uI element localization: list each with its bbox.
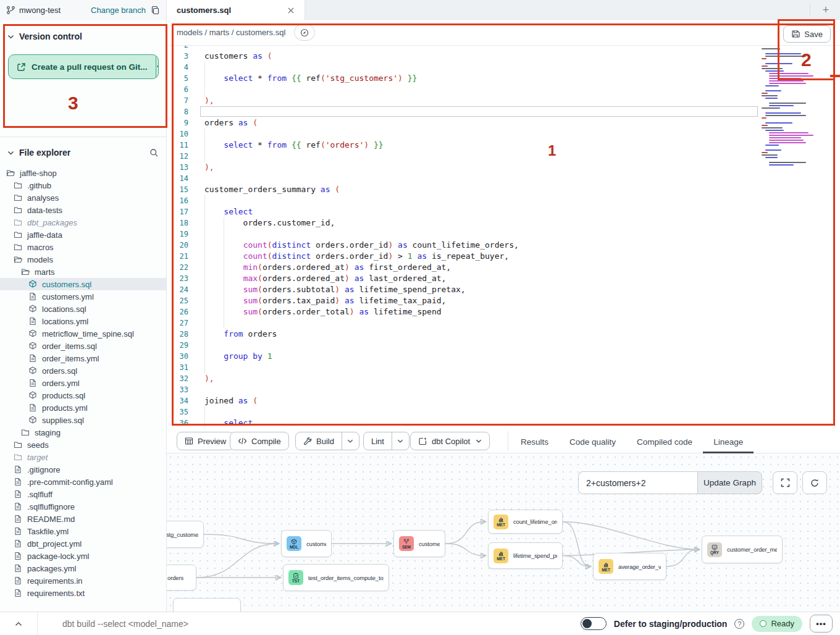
update-graph-button[interactable]: Update Graph: [697, 471, 762, 494]
close-tab-icon[interactable]: [287, 7, 295, 14]
tree-item-supplies-sql[interactable]: supplies.sql: [0, 414, 166, 426]
tree-item-target[interactable]: target: [0, 451, 166, 463]
tree-item-order-items-yml[interactable]: order_items.yml: [0, 352, 166, 364]
lineage-node-orders[interactable]: MDLorders: [167, 565, 196, 591]
code-line-20[interactable]: 20 count(distinct orders.order_id) as co…: [167, 240, 840, 251]
code-line-12[interactable]: 12: [167, 151, 840, 162]
code-line-8[interactable]: 8: [167, 106, 840, 117]
code-line-7[interactable]: 7),: [167, 95, 840, 106]
preview-button[interactable]: Preview: [177, 432, 234, 450]
tree-item-macros[interactable]: macros: [0, 241, 166, 253]
chevron-up-icon[interactable]: [0, 621, 37, 626]
lineage-node-test_order_items[interactable]: TSTtest_order_items_compute_to_bools...: [283, 564, 389, 591]
lineage-node-customers_sem[interactable]: SEMcustomers: [393, 530, 445, 557]
code-line-33[interactable]: 33: [167, 384, 840, 395]
help-icon[interactable]: ?: [734, 619, 744, 629]
tree-item-data-tests[interactable]: data-tests: [0, 204, 166, 216]
tree-item-products-yml[interactable]: products.yml: [0, 402, 166, 414]
tree-item-dbt-packages[interactable]: dbt_packages: [0, 216, 166, 229]
tree-item--pre-commit-config-yaml[interactable]: .pre-commit-config.yaml: [0, 476, 166, 488]
code-line-13[interactable]: 13),: [167, 162, 840, 173]
editor-minimap[interactable]: [762, 48, 815, 167]
tree-item-products-sql[interactable]: products.sql: [0, 389, 166, 402]
tree-item-models[interactable]: models: [0, 253, 166, 266]
tree-item-readme-md[interactable]: README.md: [0, 513, 166, 525]
chevron-down-icon[interactable]: [7, 33, 14, 40]
tree-item-package-lock-yml[interactable]: package-lock.yml: [0, 550, 166, 562]
code-line-3[interactable]: 3customers as (: [167, 51, 840, 62]
tree-item-seeds[interactable]: seeds: [0, 439, 166, 451]
code-line-27[interactable]: 27: [167, 318, 840, 329]
code-line-34[interactable]: 34joined as (: [167, 395, 840, 406]
refresh-button[interactable]: [802, 471, 827, 494]
command-input[interactable]: [62, 619, 408, 629]
code-line-23[interactable]: 23 max(orders.ordered_at) as last_ordere…: [167, 273, 840, 284]
code-editor[interactable]: 23customers as (45 select * from {{ ref(…: [167, 46, 840, 430]
tree-item-staging[interactable]: staging: [0, 426, 166, 439]
lineage-node-customers_mdl[interactable]: MDLcustomers: [281, 530, 332, 557]
tab-code-quality[interactable]: Code quality: [559, 430, 626, 453]
search-icon[interactable]: [149, 148, 159, 158]
lineage-node-stg_customers[interactable]: MDLstg_customers: [167, 521, 204, 548]
change-branch-link[interactable]: Change branch: [91, 6, 146, 15]
code-line-26[interactable]: 26 sum(orders.order_total) as lifetime_s…: [167, 306, 840, 318]
tree-item-order-items-sql[interactable]: order_items.sql: [0, 340, 166, 352]
defer-toggle[interactable]: [581, 617, 607, 630]
tree-item--sqlfluffignore[interactable]: .sqlfluffignore: [0, 500, 166, 513]
lineage-node-partial[interactable]: [173, 598, 241, 612]
fullscreen-button[interactable]: [773, 471, 797, 494]
tab-lineage[interactable]: Lineage: [703, 430, 754, 453]
tree-item-orders-yml[interactable]: orders.yml: [0, 377, 166, 389]
code-line-32[interactable]: 32),: [167, 373, 840, 384]
code-line-30[interactable]: 30 group by 1: [167, 351, 840, 362]
code-line-9[interactable]: 9orders as (: [167, 117, 840, 128]
code-line-31[interactable]: 31: [167, 362, 840, 373]
build-options-chevron[interactable]: [342, 432, 359, 450]
code-line-17[interactable]: 17 select: [167, 206, 840, 217]
code-line-35[interactable]: 35: [167, 406, 840, 418]
new-tab-button[interactable]: +: [818, 2, 834, 17]
code-line-4[interactable]: 4: [167, 62, 840, 73]
lineage-node-customer_order_metrics[interactable]: QRYcustomer_order_metrics: [702, 536, 783, 563]
create-pull-request-button[interactable]: Create a pull request on Git...: [8, 54, 159, 79]
build-button[interactable]: Build: [295, 432, 359, 450]
tree-item-dbt-project-yml[interactable]: dbt_project.yml: [0, 537, 166, 550]
tree-item-metricflow-time-spine-sql[interactable]: metricflow_time_spine.sql: [0, 327, 166, 340]
code-line-14[interactable]: 14: [167, 173, 840, 184]
lint-button[interactable]: Lint: [363, 432, 410, 450]
tree-item-analyses[interactable]: analyses: [0, 191, 166, 204]
tree-item--gitignore[interactable]: .gitignore: [0, 463, 166, 476]
lineage-node-lifetime_spend_pretax[interactable]: METlifetime_spend_pretax: [488, 542, 563, 569]
tree-item-packages-yml[interactable]: packages.yml: [0, 562, 166, 574]
code-line-21[interactable]: 21 count(distinct orders.order_id) > 1 a…: [167, 251, 840, 262]
save-button[interactable]: Save: [783, 25, 831, 43]
code-line-10[interactable]: 10: [167, 128, 840, 140]
copy-icon[interactable]: [151, 6, 160, 15]
tree-item-requirements-txt[interactable]: requirements.txt: [0, 587, 166, 599]
code-line-25[interactable]: 25 sum(orders.tax_paid) as lifetime_tax_…: [167, 295, 840, 306]
compass-icon[interactable]: [294, 24, 315, 41]
code-line-15[interactable]: 15customer_orders_summary as (: [167, 184, 840, 195]
code-line-18[interactable]: 18 orders.customer_id,: [167, 217, 840, 229]
tree-item-requirements-in[interactable]: requirements.in: [0, 574, 166, 587]
tab-results[interactable]: Results: [510, 430, 559, 453]
tree-item-locations-yml[interactable]: locations.yml: [0, 315, 166, 327]
code-line-29[interactable]: 29: [167, 340, 840, 351]
code-line-19[interactable]: 19: [167, 229, 840, 240]
tree-item-orders-sql[interactable]: orders.sql: [0, 364, 166, 377]
code-line-16[interactable]: 16: [167, 195, 840, 206]
tree-item-customers-sql[interactable]: customers.sql: [0, 278, 166, 290]
code-line-22[interactable]: 22 min(orders.ordered_at) as first_order…: [167, 262, 840, 273]
pull-request-options-chevron[interactable]: [156, 55, 159, 78]
lint-options-chevron[interactable]: [392, 432, 409, 450]
code-line-6[interactable]: 6: [167, 84, 840, 95]
tab-compiled-code[interactable]: Compiled code: [626, 430, 703, 453]
code-line-28[interactable]: 28 from orders: [167, 329, 840, 340]
tree-item--github[interactable]: .github: [0, 179, 166, 191]
code-line-24[interactable]: 24 sum(orders.subtotal) as lifetime_spen…: [167, 284, 840, 295]
tab-customers-sql[interactable]: customers.sql: [167, 0, 305, 20]
tree-item-marts[interactable]: marts: [0, 266, 166, 278]
lineage-node-count_lifetime_orders[interactable]: METcount_lifetime_orders: [488, 510, 563, 534]
tree-item-taskfile-yml[interactable]: Taskfile.yml: [0, 525, 166, 537]
dbt-copilot-button[interactable]: dbt Copilot: [410, 432, 490, 450]
